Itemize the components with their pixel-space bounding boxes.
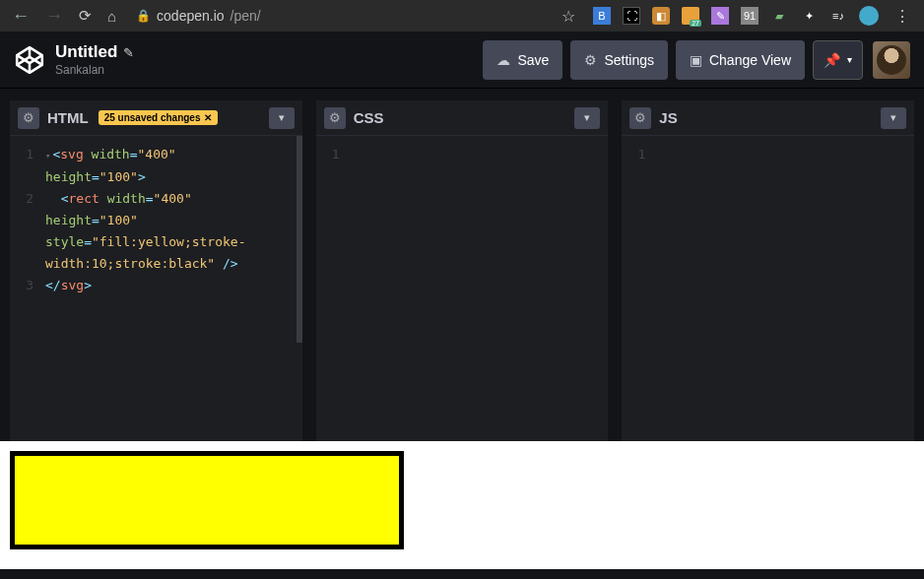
- extensions-puzzle-icon[interactable]: ✦: [800, 7, 818, 25]
- change-view-label: Change View: [709, 52, 791, 68]
- code-content[interactable]: width:10;stroke:black" />: [45, 253, 302, 275]
- browser-toolbar: ← → ⟳ ⌂ 🔒 codepen.io/pen/ ☆ B ⛶ ◧ ✎ 91 ▰…: [0, 0, 924, 32]
- forward-button[interactable]: →: [41, 6, 67, 27]
- html-pane-header: ⚙ HTML 25 unsaved changes ✕ ▾: [10, 100, 302, 136]
- settings-button-label: Settings: [604, 52, 654, 68]
- code-line[interactable]: height="100": [10, 210, 302, 231]
- code-line[interactable]: width:10;stroke:black" />: [10, 253, 302, 275]
- code-line[interactable]: 3</svg>: [10, 275, 302, 296]
- css-editor[interactable]: 1: [316, 136, 609, 441]
- extension-icon[interactable]: ⛶: [623, 7, 640, 25]
- change-view-button[interactable]: ▣ Change View: [676, 40, 805, 80]
- save-button[interactable]: ☁ Save: [483, 40, 562, 80]
- code-line[interactable]: 1▾<svg width="400": [10, 144, 302, 166]
- line-number: 1: [316, 144, 352, 165]
- js-editor[interactable]: 1: [622, 136, 914, 441]
- js-pane-header: ⚙ JS ▾: [622, 100, 914, 136]
- code-content[interactable]: ▾<svg width="400": [45, 144, 302, 166]
- css-pane-chevron-icon[interactable]: ▾: [574, 107, 600, 129]
- extension-icon[interactable]: ▰: [770, 7, 788, 25]
- extension-icon[interactable]: B: [593, 7, 611, 25]
- pen-title-block: Untitled ✎ Sankalan: [55, 42, 134, 77]
- code-content[interactable]: </svg>: [45, 275, 302, 296]
- chevron-down-icon: ▾: [847, 54, 852, 65]
- html-settings-gear-icon[interactable]: ⚙: [18, 107, 39, 129]
- extension-icon[interactable]: ◧: [652, 7, 670, 25]
- code-content[interactable]: height="100">: [45, 166, 302, 188]
- home-button[interactable]: ⌂: [103, 8, 120, 25]
- layout-icon: ▣: [690, 52, 702, 68]
- address-bar[interactable]: 🔒 codepen.io/pen/: [136, 8, 261, 24]
- line-number: [10, 231, 45, 253]
- codepen-header: Untitled ✎ Sankalan ☁ Save ⚙ Settings ▣ …: [0, 32, 924, 89]
- line-number: 1: [622, 144, 657, 165]
- pin-button[interactable]: 📌 ▾: [813, 40, 863, 80]
- cloud-icon: ☁: [496, 52, 510, 68]
- extension-icon[interactable]: [859, 6, 879, 26]
- code-content[interactable]: height="100": [45, 210, 302, 231]
- extension-icon[interactable]: 91: [741, 7, 759, 25]
- user-avatar[interactable]: [873, 41, 910, 79]
- html-pane-title: HTML: [47, 109, 89, 126]
- preview-svg: [10, 451, 404, 549]
- edit-title-pencil-icon[interactable]: ✎: [123, 45, 134, 60]
- bookmark-star-icon[interactable]: ☆: [561, 7, 575, 26]
- pen-author[interactable]: Sankalan: [55, 63, 134, 77]
- extension-icon[interactable]: ≡♪: [829, 7, 847, 25]
- settings-button[interactable]: ⚙ Settings: [570, 40, 668, 80]
- code-line[interactable]: 2 <rect width="400": [10, 188, 302, 210]
- js-pane-title: JS: [659, 109, 677, 126]
- line-number: [10, 253, 45, 275]
- js-settings-gear-icon[interactable]: ⚙: [629, 107, 651, 129]
- css-pane-header: ⚙ CSS ▾: [316, 100, 609, 136]
- url-path: /pen/: [231, 8, 261, 24]
- extension-calendar-icon[interactable]: [682, 7, 699, 25]
- js-pane: ⚙ JS ▾ 1: [622, 100, 914, 441]
- css-pane-title: CSS: [354, 109, 384, 126]
- code-line[interactable]: height="100">: [10, 166, 302, 188]
- badge-text: 25 unsaved changes: [104, 112, 201, 123]
- reload-button[interactable]: ⟳: [75, 7, 96, 25]
- save-button-label: Save: [517, 52, 549, 68]
- line-number: 2: [10, 188, 45, 210]
- url-host: codepen.io: [157, 8, 225, 24]
- badge-close-icon[interactable]: ✕: [204, 112, 212, 123]
- scrollbar[interactable]: [297, 136, 302, 343]
- html-pane: ⚙ HTML 25 unsaved changes ✕ ▾ 1▾<svg wid…: [10, 100, 302, 441]
- line-number: 1: [10, 144, 45, 166]
- lock-icon: 🔒: [136, 9, 151, 23]
- line-number: 3: [10, 275, 45, 296]
- back-button[interactable]: ←: [8, 6, 33, 27]
- unsaved-changes-badge[interactable]: 25 unsaved changes ✕: [99, 110, 219, 125]
- js-pane-chevron-icon[interactable]: ▾: [881, 107, 906, 129]
- line-number: [10, 166, 45, 188]
- html-editor[interactable]: 1▾<svg width="400" height="100">2 <rect …: [10, 136, 302, 441]
- line-number: [10, 210, 45, 231]
- preview-pane: [0, 441, 924, 569]
- gear-icon: ⚙: [584, 52, 597, 68]
- code-content[interactable]: <rect width="400": [45, 188, 302, 210]
- preview-rect: [10, 451, 404, 549]
- fold-marker-icon[interactable]: ▾: [45, 151, 50, 161]
- code-line[interactable]: style="fill:yellow;stroke-: [10, 231, 302, 253]
- code-content[interactable]: style="fill:yellow;stroke-: [45, 231, 302, 253]
- pin-icon: 📌: [824, 52, 840, 68]
- extension-icon[interactable]: ✎: [711, 7, 729, 25]
- codepen-logo-icon[interactable]: [14, 44, 45, 76]
- css-settings-gear-icon[interactable]: ⚙: [324, 107, 346, 129]
- css-pane: ⚙ CSS ▾ 1: [316, 100, 609, 441]
- html-pane-chevron-icon[interactable]: ▾: [269, 107, 295, 129]
- browser-menu-button[interactable]: ⋮: [889, 7, 916, 26]
- pen-title[interactable]: Untitled: [55, 42, 117, 62]
- editor-row: ⚙ HTML 25 unsaved changes ✕ ▾ 1▾<svg wid…: [0, 89, 924, 441]
